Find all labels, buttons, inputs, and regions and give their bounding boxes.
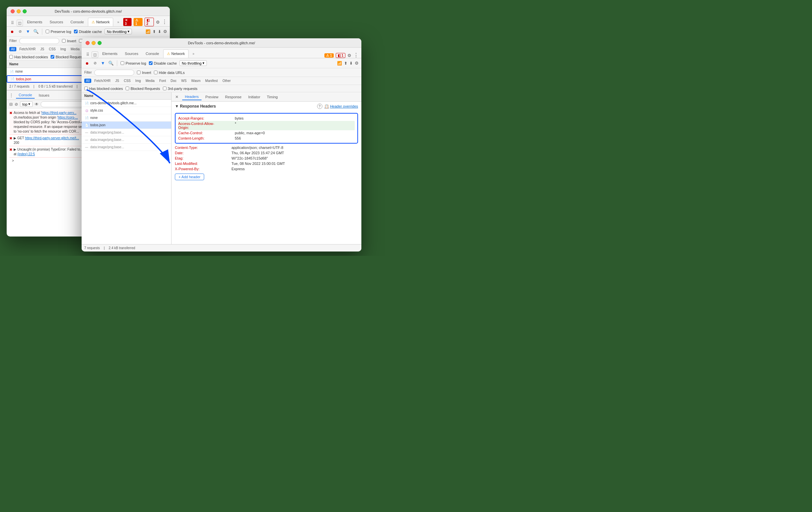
type-doc-front[interactable]: Doc [169, 79, 178, 83]
panel-toggle-back[interactable]: ◫ [17, 20, 23, 26]
get-link[interactable]: https://third-party-server.glitch.me/t..… [25, 136, 79, 140]
throttle-dropdown-front[interactable]: No throttling ▾ [179, 60, 207, 66]
type-all-back[interactable]: All [9, 47, 16, 51]
level-dropdown[interactable]: top ▾ [20, 101, 33, 107]
type-img-back[interactable]: Img [59, 47, 68, 51]
maximize-button[interactable] [23, 9, 27, 13]
close-button-front[interactable] [86, 41, 90, 45]
preserve-log-check-front[interactable] [121, 61, 124, 65]
clear-button-back[interactable]: ⊘ [17, 29, 23, 34]
hide-data-check-front[interactable] [154, 70, 157, 74]
invert-check-front[interactable] [137, 70, 141, 74]
detail-tab-initiator[interactable]: Initiator [245, 94, 263, 100]
detail-tab-preview[interactable]: Preview [203, 94, 221, 100]
has-blocked-label-front[interactable]: Has blocked cookies [84, 87, 123, 91]
record-button-back[interactable]: ⏺ [9, 29, 14, 34]
table-row[interactable]: — data:image/png;base... [82, 129, 171, 136]
type-wasm-front[interactable]: Wasm [190, 79, 202, 83]
table-row[interactable]: — data:image/png;base... [82, 136, 171, 144]
help-icon[interactable]: ? [317, 104, 322, 109]
clear-button-front[interactable]: ⊘ [92, 61, 97, 66]
type-xhr-back[interactable]: Fetch/XHR [18, 47, 37, 51]
devtools-icon-back[interactable]: ⠿ [9, 20, 16, 26]
type-ws-front[interactable]: WS [179, 79, 188, 83]
cors-link-2[interactable]: https://cors-... [58, 116, 78, 119]
disable-cache-check-front[interactable] [149, 61, 152, 65]
net-settings-icon-back[interactable]: ⚙ [163, 29, 167, 34]
console-filter-input[interactable] [40, 101, 87, 107]
tab-network-front[interactable]: ⚠ Network [163, 49, 188, 58]
has-blocked-check-back[interactable] [9, 55, 13, 59]
tab-console-front[interactable]: Console [142, 49, 162, 58]
type-font-front[interactable]: Font [157, 79, 168, 83]
table-row[interactable]: 📄 cors-demo-devtools.glitch.me... [82, 99, 171, 107]
has-blocked-label-back[interactable]: Has blocked cookies [9, 55, 48, 59]
tab-elements-back[interactable]: Elements [24, 18, 46, 26]
table-row-selected[interactable]: 📄 todos.json [82, 121, 171, 129]
record-button-front[interactable]: ⏺ [84, 61, 90, 66]
header-overrides-link[interactable]: 📋 Header overrides [324, 104, 358, 109]
blocked-requests-label-front[interactable]: Blocked Requests [125, 87, 160, 91]
filter-input-back[interactable] [19, 38, 59, 44]
type-manifest-front[interactable]: Manifest [203, 79, 220, 83]
type-other-front[interactable]: Other [221, 79, 232, 83]
invert-check-back[interactable] [62, 39, 66, 42]
type-img-front[interactable]: Img [134, 79, 143, 83]
has-blocked-check-front[interactable] [84, 87, 88, 90]
search-icon-back[interactable]: 🔍 [33, 29, 39, 34]
panel-toggle-front[interactable]: ◫ [92, 51, 98, 58]
add-header-button[interactable]: + Add header [175, 174, 204, 180]
preserve-log-label-back[interactable]: Preserve log [46, 30, 71, 34]
tab-more-front[interactable]: » [189, 49, 198, 58]
search-icon-front[interactable]: 🔍 [108, 61, 114, 66]
dots-icon-console[interactable]: ⋮ [9, 93, 13, 97]
type-css-back[interactable]: CSS [47, 47, 58, 51]
preserve-log-label-front[interactable]: Preserve log [121, 61, 146, 65]
table-row[interactable]: — data:image/png;base... [82, 144, 171, 151]
close-button[interactable] [11, 9, 14, 13]
block-icon-console[interactable]: ⊘ [14, 102, 18, 107]
invert-label-back[interactable]: Invert [62, 39, 76, 43]
table-row[interactable]: 📄 none [82, 114, 171, 121]
disable-cache-label-front[interactable]: Disable cache [149, 61, 177, 65]
close-detail-button[interactable]: ✕ [174, 94, 179, 99]
settings-icon-back[interactable]: ⚙ [156, 20, 160, 25]
table-row[interactable]: ◻ style.css [82, 107, 171, 114]
invert-label-front[interactable]: Invert [137, 70, 151, 75]
type-all-front[interactable]: All [84, 79, 91, 83]
menu-icon-front[interactable]: ⋮ [353, 53, 359, 58]
tab-network-back[interactable]: ⚠ Network [88, 18, 113, 26]
blocked-requests-check-front[interactable] [125, 87, 129, 90]
tab-console-back[interactable]: Console [67, 18, 87, 26]
type-xhr-front[interactable]: Fetch/XHR [93, 79, 112, 83]
disable-cache-check-back[interactable] [74, 30, 78, 33]
tab-elements-front[interactable]: Elements [99, 49, 121, 58]
blocked-requests-label-back[interactable]: Blocked Requests [51, 55, 85, 59]
console-tab-issues[interactable]: Issues [36, 92, 52, 98]
sidebar-icon-console[interactable]: ⊟ [9, 102, 13, 107]
disable-cache-label-back[interactable]: Disable cache [74, 30, 102, 34]
third-party-check-front[interactable] [163, 87, 167, 90]
filter-icon-front[interactable]: ▼ [100, 61, 106, 66]
tab-more-back[interactable]: » [114, 18, 122, 26]
devtools-icon-front[interactable]: ⠿ [84, 51, 91, 58]
type-css-front[interactable]: CSS [122, 79, 133, 83]
menu-icon-back[interactable]: ⋮ [162, 19, 167, 25]
hide-data-label-front[interactable]: Hide data URLs [154, 70, 185, 75]
detail-tab-timing[interactable]: Timing [264, 94, 281, 100]
detail-tab-response[interactable]: Response [223, 94, 244, 100]
eye-icon-console[interactable]: 👁 [35, 102, 39, 107]
throttle-dropdown-back[interactable]: No throttling ▾ [105, 29, 132, 34]
type-js-front[interactable]: JS [114, 79, 121, 83]
cors-link-1[interactable]: https://third-party-serv... [41, 111, 77, 115]
net-settings-icon-front[interactable]: ⚙ [355, 61, 359, 66]
detail-tab-headers[interactable]: Headers [182, 94, 202, 100]
filter-icon-back[interactable]: ▼ [25, 29, 31, 34]
tab-sources-back[interactable]: Sources [46, 18, 66, 26]
blocked-requests-check-back[interactable] [51, 55, 54, 59]
console-tab-console[interactable]: Console [16, 92, 35, 98]
minimize-button-front[interactable] [92, 41, 95, 45]
preserve-log-check-back[interactable] [46, 30, 49, 33]
settings-icon-front[interactable]: ⚙ [347, 53, 351, 58]
type-media-back[interactable]: Media [69, 47, 81, 51]
